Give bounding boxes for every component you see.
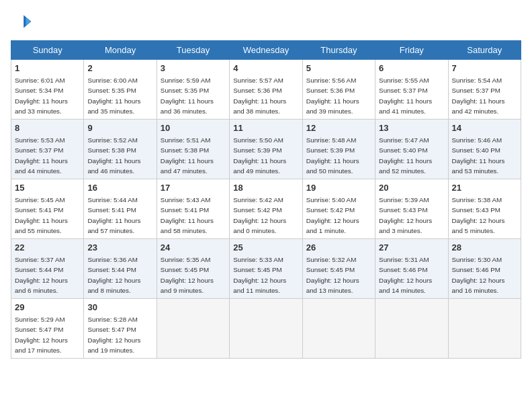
day-number: 4 — [233, 62, 298, 75]
logo-icon — [11, 11, 32, 32]
day-number: 1 — [15, 62, 80, 75]
calendar-day: 26Sunrise: 5:32 AMSunset: 5:45 PMDayligh… — [302, 239, 375, 299]
calendar-week-row: 1Sunrise: 6:01 AMSunset: 5:34 PMDaylight… — [11, 60, 521, 120]
day-info: Sunrise: 5:36 AMSunset: 5:44 PMDaylight:… — [87, 256, 140, 294]
day-info: Sunrise: 5:37 AMSunset: 5:44 PMDaylight:… — [15, 256, 68, 294]
day-info: Sunrise: 5:46 AMSunset: 5:40 PMDaylight:… — [452, 136, 505, 175]
day-info: Sunrise: 5:48 AMSunset: 5:39 PMDaylight:… — [306, 136, 359, 175]
calendar-day: 23Sunrise: 5:36 AMSunset: 5:44 PMDayligh… — [84, 239, 157, 299]
calendar-day: 15Sunrise: 5:45 AMSunset: 5:41 PMDayligh… — [11, 179, 84, 239]
day-info: Sunrise: 5:52 AMSunset: 5:38 PMDaylight:… — [87, 136, 140, 175]
day-info: Sunrise: 5:57 AMSunset: 5:36 PMDaylight:… — [233, 77, 286, 115]
day-number: 7 — [452, 62, 517, 75]
day-number: 12 — [306, 122, 371, 134]
day-info: Sunrise: 5:50 AMSunset: 5:39 PMDaylight:… — [233, 136, 286, 175]
day-number: 18 — [233, 182, 298, 194]
calendar-day: 12Sunrise: 5:48 AMSunset: 5:39 PMDayligh… — [302, 120, 375, 179]
calendar-day — [375, 299, 448, 359]
day-number: 16 — [87, 182, 152, 194]
calendar-day: 30Sunrise: 5:28 AMSunset: 5:47 PMDayligh… — [84, 299, 157, 359]
calendar-day: 19Sunrise: 5:40 AMSunset: 5:42 PMDayligh… — [302, 179, 375, 239]
header-wednesday: Wednesday — [230, 41, 302, 60]
day-info: Sunrise: 5:45 AMSunset: 5:41 PMDaylight:… — [15, 196, 68, 234]
day-number: 5 — [306, 62, 371, 75]
calendar-day: 16Sunrise: 5:44 AMSunset: 5:41 PMDayligh… — [84, 179, 157, 239]
day-number: 27 — [379, 242, 444, 254]
day-number: 30 — [87, 302, 152, 314]
day-number: 20 — [379, 182, 444, 194]
calendar-day: 7Sunrise: 5:54 AMSunset: 5:37 PMDaylight… — [448, 60, 521, 120]
day-info: Sunrise: 5:51 AMSunset: 5:38 PMDaylight:… — [161, 136, 214, 175]
calendar-week-row: 15Sunrise: 5:45 AMSunset: 5:41 PMDayligh… — [11, 179, 521, 239]
day-number: 23 — [87, 242, 152, 254]
calendar-day: 6Sunrise: 5:55 AMSunset: 5:37 PMDaylight… — [375, 60, 448, 120]
day-info: Sunrise: 5:30 AMSunset: 5:46 PMDaylight:… — [452, 256, 505, 294]
day-info: Sunrise: 5:59 AMSunset: 5:35 PMDaylight:… — [161, 77, 214, 115]
day-number: 21 — [452, 182, 517, 194]
calendar-day: 13Sunrise: 5:47 AMSunset: 5:40 PMDayligh… — [375, 120, 448, 179]
calendar-day: 29Sunrise: 5:29 AMSunset: 5:47 PMDayligh… — [11, 299, 84, 359]
day-info: Sunrise: 5:43 AMSunset: 5:41 PMDaylight:… — [161, 196, 214, 234]
header-sunday: Sunday — [11, 41, 84, 60]
day-number: 8 — [15, 122, 80, 134]
day-info: Sunrise: 5:35 AMSunset: 5:45 PMDaylight:… — [161, 256, 214, 294]
day-info: Sunrise: 5:38 AMSunset: 5:43 PMDaylight:… — [452, 196, 505, 234]
day-info: Sunrise: 5:32 AMSunset: 5:45 PMDaylight:… — [306, 256, 359, 294]
day-info: Sunrise: 5:54 AMSunset: 5:37 PMDaylight:… — [452, 77, 505, 115]
calendar-day: 20Sunrise: 5:39 AMSunset: 5:43 PMDayligh… — [375, 179, 448, 239]
day-info: Sunrise: 5:55 AMSunset: 5:37 PMDaylight:… — [379, 77, 432, 115]
day-info: Sunrise: 5:31 AMSunset: 5:46 PMDaylight:… — [379, 256, 432, 294]
calendar-week-row: 29Sunrise: 5:29 AMSunset: 5:47 PMDayligh… — [11, 299, 521, 359]
day-info: Sunrise: 5:42 AMSunset: 5:42 PMDaylight:… — [233, 196, 286, 234]
calendar-day: 9Sunrise: 5:52 AMSunset: 5:38 PMDaylight… — [84, 120, 157, 179]
day-number: 25 — [233, 242, 298, 254]
day-number: 14 — [452, 122, 517, 134]
day-info: Sunrise: 6:00 AMSunset: 5:35 PMDaylight:… — [87, 77, 140, 115]
day-info: Sunrise: 5:44 AMSunset: 5:41 PMDaylight:… — [87, 196, 140, 234]
day-number: 24 — [161, 242, 226, 254]
calendar-table: SundayMondayTuesdayWednesdayThursdayFrid… — [11, 40, 521, 359]
calendar-week-row: 8Sunrise: 5:53 AMSunset: 5:37 PMDaylight… — [11, 120, 521, 179]
header-thursday: Thursday — [302, 41, 375, 60]
day-info: Sunrise: 5:40 AMSunset: 5:42 PMDaylight:… — [306, 196, 359, 234]
calendar-day: 5Sunrise: 5:56 AMSunset: 5:36 PMDaylight… — [302, 60, 375, 120]
day-number: 15 — [15, 182, 80, 194]
day-number: 13 — [379, 122, 444, 134]
calendar-day: 25Sunrise: 5:33 AMSunset: 5:45 PMDayligh… — [230, 239, 302, 299]
day-number: 22 — [15, 242, 80, 254]
header-saturday: Saturday — [448, 41, 521, 60]
header-friday: Friday — [375, 41, 448, 60]
day-number: 3 — [161, 62, 226, 75]
day-number: 9 — [87, 122, 152, 134]
day-info: Sunrise: 5:39 AMSunset: 5:43 PMDaylight:… — [379, 196, 432, 234]
day-info: Sunrise: 5:53 AMSunset: 5:37 PMDaylight:… — [15, 136, 68, 175]
calendar-day: 10Sunrise: 5:51 AMSunset: 5:38 PMDayligh… — [157, 120, 229, 179]
day-number: 28 — [452, 242, 517, 254]
page-header — [11, 11, 521, 32]
day-number: 19 — [306, 182, 371, 194]
header-tuesday: Tuesday — [157, 41, 229, 60]
calendar-day: 28Sunrise: 5:30 AMSunset: 5:46 PMDayligh… — [448, 239, 521, 299]
day-info: Sunrise: 5:29 AMSunset: 5:47 PMDaylight:… — [15, 316, 68, 354]
calendar-day — [448, 299, 521, 359]
calendar-week-row: 22Sunrise: 5:37 AMSunset: 5:44 PMDayligh… — [11, 239, 521, 299]
calendar-day — [157, 299, 229, 359]
calendar-day: 18Sunrise: 5:42 AMSunset: 5:42 PMDayligh… — [230, 179, 302, 239]
calendar-day: 3Sunrise: 5:59 AMSunset: 5:35 PMDaylight… — [157, 60, 229, 120]
day-number: 2 — [87, 62, 152, 75]
day-number: 10 — [161, 122, 226, 134]
calendar-day: 11Sunrise: 5:50 AMSunset: 5:39 PMDayligh… — [230, 120, 302, 179]
day-info: Sunrise: 5:28 AMSunset: 5:47 PMDaylight:… — [87, 316, 140, 354]
header-monday: Monday — [84, 41, 157, 60]
calendar-day: 24Sunrise: 5:35 AMSunset: 5:45 PMDayligh… — [157, 239, 229, 299]
calendar-day: 2Sunrise: 6:00 AMSunset: 5:35 PMDaylight… — [84, 60, 157, 120]
day-number: 26 — [306, 242, 371, 254]
calendar-day: 14Sunrise: 5:46 AMSunset: 5:40 PMDayligh… — [448, 120, 521, 179]
day-number: 11 — [233, 122, 298, 134]
calendar-day — [230, 299, 302, 359]
calendar-day: 27Sunrise: 5:31 AMSunset: 5:46 PMDayligh… — [375, 239, 448, 299]
calendar-day: 1Sunrise: 6:01 AMSunset: 5:34 PMDaylight… — [11, 60, 84, 120]
day-info: Sunrise: 5:47 AMSunset: 5:40 PMDaylight:… — [379, 136, 432, 175]
calendar-day: 8Sunrise: 5:53 AMSunset: 5:37 PMDaylight… — [11, 120, 84, 179]
calendar-day: 17Sunrise: 5:43 AMSunset: 5:41 PMDayligh… — [157, 179, 229, 239]
